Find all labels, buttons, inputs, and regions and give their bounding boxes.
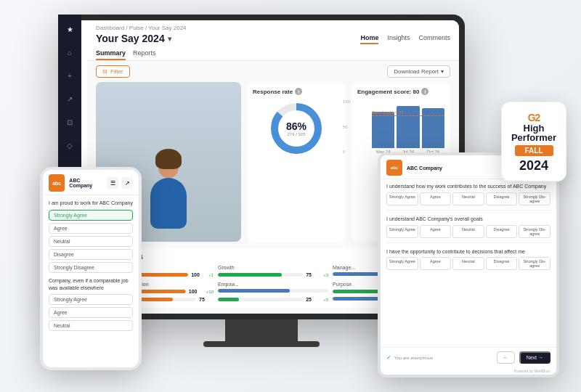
sidebar-icon-diamond[interactable]: ◇ (64, 138, 77, 152)
nav-insights[interactable]: Insights (387, 33, 410, 44)
tablet-divider-1 (386, 210, 550, 211)
phone-option-agree[interactable]: Agree (49, 223, 133, 234)
score-val: 75 (199, 297, 214, 302)
phone-opt2-agree[interactable]: Agree (49, 307, 133, 318)
response-rate-sub: 279 / 325 (287, 132, 305, 136)
phone-opt2-strongly-agree[interactable]: Strongly Agree (49, 294, 133, 305)
tablet-opt-n-2[interactable]: Neutral (452, 225, 484, 238)
score-delta: +3 (323, 273, 328, 277)
tablet-opt-sa-3[interactable]: Strongly Agree (386, 257, 418, 270)
diamond-icon: ◇ (67, 142, 73, 150)
title-row: Your Say 2024 ▾ Home Insights Comments (96, 33, 450, 44)
tablet-opt-a-3[interactable]: Agree (420, 257, 452, 270)
donut-wrap: 86% 279 / 325 (267, 99, 325, 158)
phone-option-disagree[interactable]: Disagree (49, 249, 133, 260)
score-bar-bg (218, 289, 328, 293)
phone-logo: abc (49, 174, 65, 192)
score-bar-fill (218, 273, 282, 277)
tab-reports[interactable]: Reports (133, 47, 156, 60)
powered-by: Powered by WorkBuzz (381, 367, 556, 375)
chevron-down-icon: ▾ (441, 68, 444, 75)
add-icon: + (68, 72, 72, 80)
person-body (150, 178, 187, 229)
g2-high-performer-line2: Performer (511, 133, 556, 142)
bar-oct (422, 108, 444, 148)
download-report-button[interactable]: Download Report ▾ (387, 65, 450, 78)
tablet-question-2: I understand ABC Company's overall goals (381, 212, 556, 225)
donut-center: 86% 279 / 325 (286, 121, 306, 136)
score-val: 100 (191, 272, 206, 277)
phone-options2: Strongly Agree Agree Neutral (43, 294, 139, 331)
response-rate-title: Response rate i (253, 88, 340, 95)
donut-container: 86% 279 / 325 (253, 99, 340, 158)
bar-may (372, 112, 394, 148)
phone-options: Strongly Agree Agree Neutral Disagree St… (43, 210, 139, 273)
header-nav: Home Insights Comments (360, 33, 450, 44)
sidebar-icon-grid[interactable]: ⊡ (64, 115, 77, 129)
monitor-stand (225, 319, 298, 341)
g2-season-badge: FALL (515, 145, 553, 156)
score-item-empower: Empow... (218, 282, 328, 294)
tabs-row: Summary Reports (96, 47, 450, 60)
tablet-opt-d-1[interactable]: Disagree (486, 192, 518, 205)
g2-logo: G2 (528, 112, 540, 123)
filter-button[interactable]: ⊟ Filter (96, 65, 130, 78)
score-val: 25 (306, 297, 320, 302)
score-val: 100 (189, 289, 203, 294)
score-bar-bg (218, 298, 303, 301)
phone-menu-icon[interactable]: ☰ (107, 177, 118, 189)
score-item-name: Empow... (218, 282, 328, 287)
score-delta: +1 (208, 273, 214, 277)
tablet-opt-d-3[interactable]: Disagree (486, 257, 518, 270)
sidebar-icon-star[interactable]: ★ (64, 22, 77, 36)
score-delta: +10 (206, 290, 214, 294)
tablet-opt-sd-1[interactable]: Strongly Dis-agree (519, 192, 550, 205)
phone-arrow-icon[interactable]: ↗ (121, 177, 133, 189)
tablet-nav-buttons: ← Next → (497, 351, 550, 364)
phone-question2: Company, even if a comparable job was av… (43, 273, 139, 295)
tablet-opt-d-2[interactable]: Disagree (486, 225, 518, 238)
phone-icons: ☰ ↗ (107, 177, 133, 189)
tablet-opt-n-3[interactable]: Neutral (452, 257, 484, 270)
phone-option-neutral[interactable]: Neutral (49, 236, 133, 247)
sidebar-icon-add[interactable]: + (64, 68, 77, 83)
response-rate-card: Response rate i 86% (247, 82, 346, 242)
tablet-opt-a-1[interactable]: Agree (420, 192, 452, 205)
info-icon-engagement: i (421, 88, 428, 95)
tablet-footer: ✓ You are anonymous ← Next → (381, 347, 556, 367)
tablet-opt-sd-3[interactable]: Strongly Dis-agree (519, 257, 550, 270)
tablet-inner: abc ABC Company ↗ I understand how my wo… (381, 155, 556, 375)
scene: ★ ⌂ + ↗ ⊡ ◇ (0, 0, 581, 392)
score-bar-row: 75 +3 (218, 272, 328, 277)
tablet-next-button[interactable]: Next → (519, 351, 550, 364)
person-hair (155, 149, 182, 169)
sidebar-icon-home[interactable]: ⌂ (64, 45, 77, 60)
tablet-rating-row-1: Strongly Agree Agree Neutral Disagree St… (381, 192, 556, 208)
tablet-question-3: I have the opportunity to contribute to … (381, 245, 556, 258)
score-bar-bg (218, 273, 303, 277)
person-figure (139, 155, 198, 242)
tablet-opt-a-2[interactable]: Agree (420, 225, 452, 238)
tablet-opt-sa-1[interactable]: Strongly Agree (386, 192, 418, 205)
phone-opt2-neutral[interactable]: Neutral (49, 320, 133, 331)
tablet-opt-n-1[interactable]: Neutral (452, 192, 484, 205)
sidebar-icon-arrow[interactable]: ↗ (64, 91, 77, 106)
nav-home[interactable]: Home (360, 33, 378, 44)
tablet-opt-sa-2[interactable]: Strongly Agree (386, 225, 418, 238)
score-item-extra2: 25 +5 (218, 297, 328, 302)
info-icon: i (295, 88, 302, 95)
nav-comments[interactable]: Comments (418, 33, 450, 44)
star-icon: ★ (67, 25, 73, 33)
phone-company-title: ABC Company (69, 178, 102, 188)
tablet-divider-2 (386, 242, 550, 243)
tab-summary[interactable]: Summary (96, 47, 126, 60)
g2-high-performer-line1: High (524, 123, 545, 133)
phone-option-strongly-agree[interactable]: Strongly Agree (49, 210, 133, 221)
chevron-down-icon[interactable]: ▾ (168, 35, 171, 43)
benchmark-label: Benchmark = 77 (372, 110, 404, 115)
tablet-anon-label: You are anonymous (394, 356, 433, 360)
tablet-prev-button[interactable]: ← (497, 351, 515, 364)
phone-option-strongly-disagree[interactable]: Strongly Disagree (49, 262, 133, 273)
tablet-opt-sd-2[interactable]: Strongly Dis-agree (519, 225, 550, 238)
g2-year: 2024 (519, 159, 548, 172)
